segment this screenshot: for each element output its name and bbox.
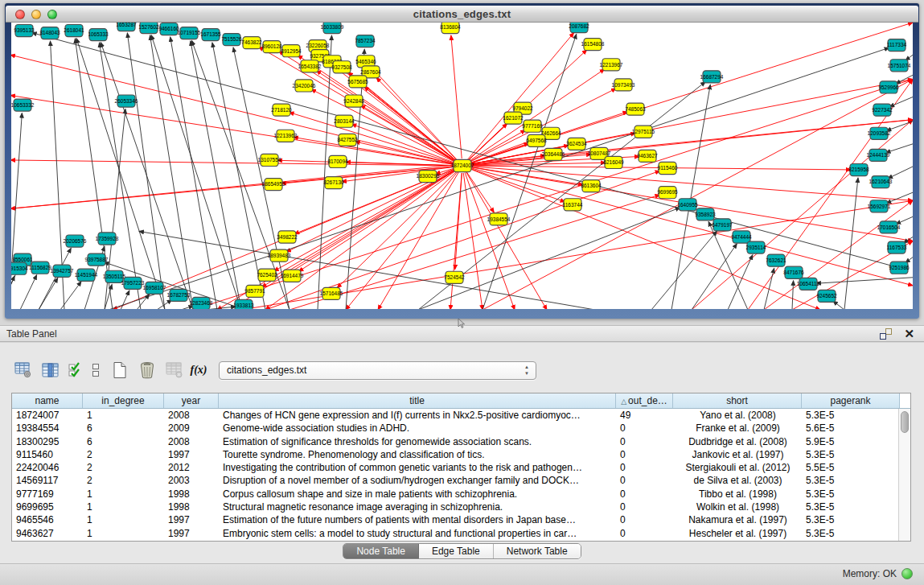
citation-edge[interactable] <box>451 35 462 159</box>
table-cell[interactable]: 5.3E-5 <box>802 501 898 513</box>
graph-node[interactable]: 17359928 <box>96 233 119 245</box>
graph-node[interactable]: 93975887 <box>85 253 109 266</box>
column-header-title[interactable]: title <box>219 393 616 408</box>
graph-node[interactable]: 16782753 <box>167 289 191 301</box>
table-cell[interactable]: 1997 <box>164 527 219 540</box>
graph-node[interactable]: 23420046 <box>293 80 316 92</box>
network-window-titlebar[interactable]: citations_edges.txt <box>6 6 918 23</box>
table-cell[interactable]: 5.3E-5 <box>802 513 898 526</box>
table-row[interactable]: 1830029562008Estimation of significance … <box>12 435 898 448</box>
table-cell[interactable]: 1 <box>83 527 164 540</box>
citation-edge[interactable] <box>20 275 37 309</box>
column-header-name[interactable]: name <box>12 393 83 408</box>
graph-node[interactable]: 1933813 <box>233 299 254 309</box>
citation-edge[interactable] <box>100 43 141 309</box>
table-cell[interactable]: Investigating the contribution of common… <box>219 461 616 474</box>
citation-edge[interactable] <box>467 33 574 160</box>
graph-node[interactable]: 20206576 <box>64 235 87 247</box>
select-column-icon[interactable] <box>39 359 63 381</box>
table-cell[interactable]: 0 <box>616 448 673 461</box>
table-row[interactable]: 969969511998Structural magnetic resonanc… <box>12 501 898 513</box>
graph-node[interactable]: 18654953 <box>262 179 285 191</box>
table-cell[interactable]: 2008 <box>164 435 219 448</box>
table-cell[interactable]: 9115460 <box>12 448 83 461</box>
table-cell[interactable]: 5.6E-5 <box>802 422 898 435</box>
graph-node[interactable]: 12093582 <box>868 127 891 139</box>
table-cell[interactable]: 0 <box>616 474 673 487</box>
graph-node[interactable]: 9857791 <box>244 285 265 297</box>
function-builder-icon[interactable]: f(x) <box>190 359 207 381</box>
table-cell[interactable]: 6 <box>83 422 164 435</box>
citation-edge[interactable] <box>191 41 241 309</box>
table-cell[interactable]: 9463627 <box>12 527 83 540</box>
table-cell[interactable]: 18300295 <box>12 435 83 448</box>
table-scrollbar[interactable] <box>898 409 910 541</box>
table-cell[interactable]: Tibbo et al. (1998) <box>673 488 802 501</box>
graph-node[interactable]: 6479197 <box>712 219 733 231</box>
table-cell[interactable]: 0 <box>616 527 673 540</box>
citation-edge[interactable] <box>376 78 458 161</box>
citation-edge[interactable] <box>76 39 165 309</box>
table-cell[interactable]: 1997 <box>164 513 219 526</box>
table-cell[interactable]: de Silva et al. (2003) <box>673 474 802 487</box>
table-row[interactable]: 946554611997Estimation of the future num… <box>12 513 898 526</box>
network-canvas[interactable]: 1872400718300295193845547463822896012889… <box>11 23 913 309</box>
graph-node[interactable]: 11451944 <box>75 269 98 281</box>
citation-edge[interactable] <box>886 192 913 203</box>
citation-edge[interactable] <box>466 171 494 212</box>
table-cell[interactable]: 0 <box>616 501 673 513</box>
citation-edge[interactable] <box>101 43 193 309</box>
graph-node[interactable]: 16543382 <box>298 60 322 72</box>
citation-edge[interactable] <box>844 178 858 309</box>
graph-node[interactable]: 3498222 <box>277 231 298 243</box>
tab-node-table[interactable]: Node Table <box>343 544 419 558</box>
graph-node[interactable]: 9242848 <box>343 95 364 107</box>
table-cell[interactable]: 1 <box>83 409 164 422</box>
citation-edge[interactable] <box>728 255 753 309</box>
citation-edge[interactable] <box>274 169 456 270</box>
citation-edge[interactable] <box>886 144 913 153</box>
citation-edge[interactable] <box>121 290 129 309</box>
new-file-icon[interactable] <box>108 359 132 381</box>
graph-node[interactable]: 1163744 <box>563 199 583 211</box>
citation-edge[interactable] <box>792 281 794 309</box>
graph-node[interactable]: 10719155 <box>178 27 201 39</box>
table-cell[interactable]: 2008 <box>164 409 219 422</box>
citation-edge[interactable] <box>151 35 241 309</box>
citation-edge[interactable] <box>816 278 913 283</box>
graph-node[interactable]: 8912954 <box>281 45 302 57</box>
citation-edge[interactable] <box>764 268 774 309</box>
graph-node[interactable]: 19384554 <box>487 213 511 225</box>
table-cell[interactable]: 2009 <box>164 422 219 435</box>
graph-node[interactable]: 9466160 <box>158 23 179 35</box>
graph-node[interactable]: 2935114 <box>746 241 766 253</box>
graph-node[interactable]: 17016504 <box>877 221 901 233</box>
graph-node[interactable]: 16154808 <box>581 39 605 51</box>
column-header-out_de[interactable]: △out_de… <box>616 393 673 408</box>
table-row[interactable]: 977716911998Corpus callosum shape and si… <box>12 488 898 501</box>
graph-node[interactable]: 10654112 <box>797 278 820 290</box>
select-rows-icon[interactable] <box>66 359 84 381</box>
close-panel-icon[interactable]: ✕ <box>904 327 914 341</box>
column-header-in_degree[interactable]: in_degree <box>83 393 164 408</box>
table-cell[interactable]: Corpus callosum shape and size in male p… <box>219 488 616 501</box>
table-cell[interactable]: 1997 <box>164 448 219 461</box>
graph-node[interactable]: 7524542 <box>444 271 465 283</box>
graph-node[interactable]: 6216049 <box>603 156 624 168</box>
citation-edge[interactable] <box>170 37 217 309</box>
table-cell[interactable]: 0 <box>616 488 673 501</box>
graph-node[interactable]: 9227342 <box>872 104 893 116</box>
graph-node[interactable]: 9777169 <box>522 120 543 132</box>
graph-node[interactable]: 12213967 <box>600 59 623 71</box>
graph-node[interactable]: 1640955 <box>677 199 698 211</box>
table-cell[interactable]: 6 <box>83 435 164 448</box>
graph-node[interactable]: 12213963 <box>274 130 298 142</box>
tab-network-table[interactable]: Network Table <box>494 544 581 558</box>
table-cell[interactable]: Franke et al. (2009) <box>673 422 802 435</box>
graph-node[interactable]: 16687294 <box>700 71 724 83</box>
graph-node[interactable]: 5675685 <box>347 76 368 88</box>
citation-edge[interactable] <box>150 35 193 309</box>
table-cell[interactable]: 5.3E-5 <box>802 474 898 487</box>
graph-node[interactable]: 7515526 <box>221 34 242 46</box>
graph-node[interactable]: 18300295 <box>417 171 440 183</box>
